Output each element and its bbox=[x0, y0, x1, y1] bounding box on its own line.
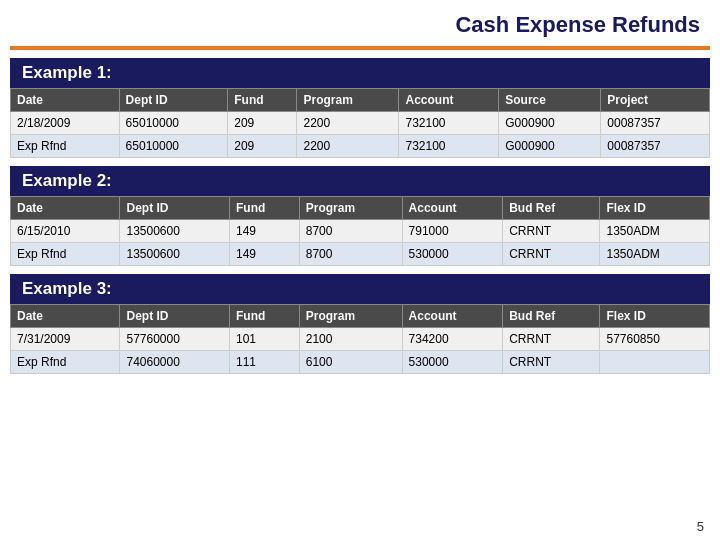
table-row: Exp Rfnd650100002092200732100G0009000008… bbox=[11, 135, 710, 158]
example-1-col-5: Source bbox=[499, 89, 601, 112]
example-1-col-3: Program bbox=[297, 89, 399, 112]
cell-1-0-2: 209 bbox=[228, 112, 297, 135]
example-2-col-5: Bud Ref bbox=[503, 197, 600, 220]
table-row: 7/31/2009577600001012100734200CRRNT57760… bbox=[11, 328, 710, 351]
example-3-col-0: Date bbox=[11, 305, 120, 328]
example-3-col-4: Account bbox=[402, 305, 503, 328]
cell-1-1-4: 732100 bbox=[399, 135, 499, 158]
orange-bar bbox=[10, 46, 710, 50]
cell-3-0-2: 101 bbox=[229, 328, 299, 351]
cell-1-0-3: 2200 bbox=[297, 112, 399, 135]
cell-3-1-2: 111 bbox=[229, 351, 299, 374]
cell-3-0-0: 7/31/2009 bbox=[11, 328, 120, 351]
example-1-col-6: Project bbox=[601, 89, 710, 112]
table-row: 2/18/2009650100002092200732100G000900000… bbox=[11, 112, 710, 135]
table-row: 6/15/2010135006001498700791000CRRNT1350A… bbox=[11, 220, 710, 243]
page-title: Cash Expense Refunds bbox=[0, 0, 720, 46]
example-2-header: Example 2: bbox=[10, 166, 710, 196]
cell-2-1-4: 530000 bbox=[402, 243, 503, 266]
example-1-col-1: Dept ID bbox=[119, 89, 228, 112]
cell-1-0-6: 00087357 bbox=[601, 112, 710, 135]
example-2-col-1: Dept ID bbox=[120, 197, 229, 220]
cell-2-0-4: 791000 bbox=[402, 220, 503, 243]
example-3-col-6: Flex ID bbox=[600, 305, 710, 328]
example-1-header: Example 1: bbox=[10, 58, 710, 88]
cell-3-0-5: CRRNT bbox=[503, 328, 600, 351]
cell-2-1-3: 8700 bbox=[299, 243, 402, 266]
cell-3-1-4: 530000 bbox=[402, 351, 503, 374]
cell-2-0-1: 13500600 bbox=[120, 220, 229, 243]
cell-1-0-5: G000900 bbox=[499, 112, 601, 135]
cell-1-1-2: 209 bbox=[228, 135, 297, 158]
cell-3-1-5: CRRNT bbox=[503, 351, 600, 374]
cell-3-0-3: 2100 bbox=[299, 328, 402, 351]
cell-1-1-1: 65010000 bbox=[119, 135, 228, 158]
cell-1-1-5: G000900 bbox=[499, 135, 601, 158]
cell-1-1-6: 00087357 bbox=[601, 135, 710, 158]
example-1-col-2: Fund bbox=[228, 89, 297, 112]
cell-3-0-1: 57760000 bbox=[120, 328, 229, 351]
example-3-header: Example 3: bbox=[10, 274, 710, 304]
cell-1-1-0: Exp Rfnd bbox=[11, 135, 120, 158]
table-row: Exp Rfnd740600001116100530000CRRNT bbox=[11, 351, 710, 374]
example-3-col-5: Bud Ref bbox=[503, 305, 600, 328]
cell-1-0-0: 2/18/2009 bbox=[11, 112, 120, 135]
cell-3-1-3: 6100 bbox=[299, 351, 402, 374]
cell-3-1-1: 74060000 bbox=[120, 351, 229, 374]
cell-1-1-3: 2200 bbox=[297, 135, 399, 158]
example-2-col-2: Fund bbox=[229, 197, 299, 220]
example-1-col-4: Account bbox=[399, 89, 499, 112]
example-2-table: DateDept IDFundProgramAccountBud RefFlex… bbox=[10, 196, 710, 266]
cell-2-0-0: 6/15/2010 bbox=[11, 220, 120, 243]
example-1-table: DateDept IDFundProgramAccountSourceProje… bbox=[10, 88, 710, 158]
example-2-col-3: Program bbox=[299, 197, 402, 220]
cell-2-1-6: 1350ADM bbox=[600, 243, 710, 266]
cell-2-1-5: CRRNT bbox=[503, 243, 600, 266]
example-3-col-2: Fund bbox=[229, 305, 299, 328]
page-number: 5 bbox=[697, 519, 704, 534]
example-3-col-3: Program bbox=[299, 305, 402, 328]
cell-2-0-3: 8700 bbox=[299, 220, 402, 243]
example-3-table: DateDept IDFundProgramAccountBud RefFlex… bbox=[10, 304, 710, 374]
cell-3-1-0: Exp Rfnd bbox=[11, 351, 120, 374]
cell-3-1-6 bbox=[600, 351, 710, 374]
example-2-col-0: Date bbox=[11, 197, 120, 220]
cell-2-0-2: 149 bbox=[229, 220, 299, 243]
cell-1-0-4: 732100 bbox=[399, 112, 499, 135]
cell-3-0-4: 734200 bbox=[402, 328, 503, 351]
example-1-col-0: Date bbox=[11, 89, 120, 112]
example-2-col-6: Flex ID bbox=[600, 197, 710, 220]
cell-1-0-1: 65010000 bbox=[119, 112, 228, 135]
cell-2-0-5: CRRNT bbox=[503, 220, 600, 243]
cell-2-1-1: 13500600 bbox=[120, 243, 229, 266]
cell-2-0-6: 1350ADM bbox=[600, 220, 710, 243]
cell-2-1-0: Exp Rfnd bbox=[11, 243, 120, 266]
cell-3-0-6: 57760850 bbox=[600, 328, 710, 351]
table-row: Exp Rfnd135006001498700530000CRRNT1350AD… bbox=[11, 243, 710, 266]
cell-2-1-2: 149 bbox=[229, 243, 299, 266]
example-2-col-4: Account bbox=[402, 197, 503, 220]
example-3-col-1: Dept ID bbox=[120, 305, 229, 328]
